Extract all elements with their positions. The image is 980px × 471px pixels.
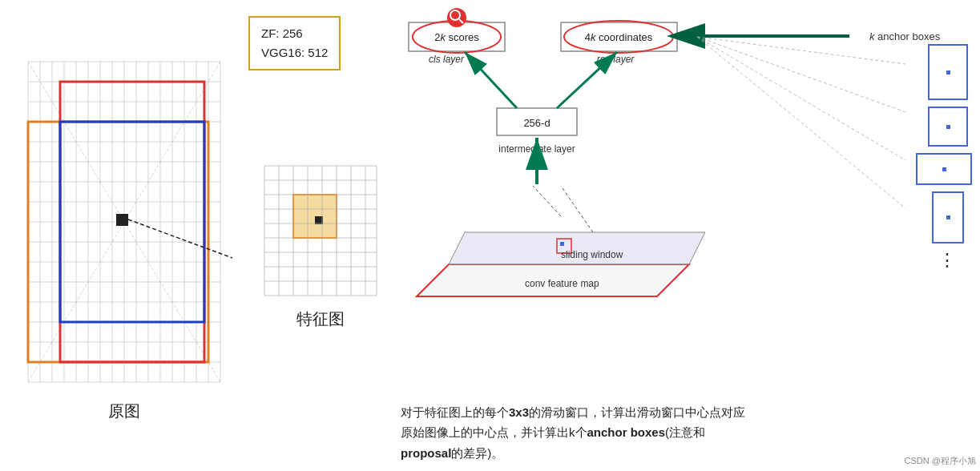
main-container: 原图 — [0, 0, 980, 471]
yuan-tu-label: 原图 — [108, 401, 140, 422]
svg-text:4k coordinates: 4k coordinates — [585, 31, 653, 43]
svg-line-40 — [128, 219, 232, 258]
svg-line-82 — [557, 52, 617, 108]
anchor-box-4 — [932, 191, 964, 244]
anchor-box-1 — [928, 44, 968, 100]
yuan-tu-svg — [16, 50, 232, 394]
svg-line-93 — [561, 186, 593, 232]
tezheng-tu-svg — [260, 142, 381, 302]
svg-text:reg layer: reg layer — [597, 54, 635, 65]
info-line2: VGG16: 512 — [261, 43, 328, 62]
svg-text:k anchor boxes: k anchor boxes — [869, 30, 941, 42]
svg-line-99 — [697, 37, 905, 112]
tezheng-tu-label: 特征图 — [296, 308, 345, 330]
middle-section: 特征图 — [248, 0, 393, 471]
info-box: ZF: 256 VGG16: 512 — [248, 16, 341, 70]
svg-text:256-d: 256-d — [523, 117, 550, 129]
svg-rect-39 — [116, 214, 128, 226]
anchor-box-ellipsis: ⋮ — [938, 250, 958, 271]
svg-text:cls layer: cls layer — [429, 54, 465, 65]
description-text: 对于特征图上的每个3x3的滑动窗口，计算出滑动窗口中心点对应原始图像上的中心点，… — [401, 405, 745, 460]
left-section: 原图 — [0, 0, 248, 471]
svg-line-94 — [533, 186, 561, 216]
network-svg: 2k scores 4k coordinates cls layer reg l… — [393, 0, 980, 352]
svg-line-81 — [465, 52, 517, 108]
svg-line-101 — [697, 37, 905, 208]
description-area: 对于特征图上的每个3x3的滑动窗口，计算出滑动窗口中心点对应原始图像上的中心点，… — [401, 402, 753, 464]
svg-text:2k scores: 2k scores — [434, 31, 479, 43]
svg-rect-90 — [560, 242, 564, 246]
yuan-tu-wrapper — [16, 50, 232, 394]
svg-text:sliding window: sliding window — [561, 249, 623, 260]
right-section: 2k scores 4k coordinates cls layer reg l… — [393, 0, 980, 471]
anchor-box-2 — [928, 107, 968, 147]
tezheng-tu-wrapper — [260, 142, 381, 302]
svg-line-100 — [697, 37, 905, 160]
svg-rect-62 — [315, 216, 323, 224]
anchor-box-3 — [916, 153, 972, 185]
svg-text:conv feature map: conv feature map — [525, 278, 599, 289]
info-line1: ZF: 256 — [261, 24, 328, 43]
anchor-boxes-column: ⋮ — [924, 44, 972, 271]
csdn-label: CSDN @程序小旭 — [905, 455, 976, 467]
